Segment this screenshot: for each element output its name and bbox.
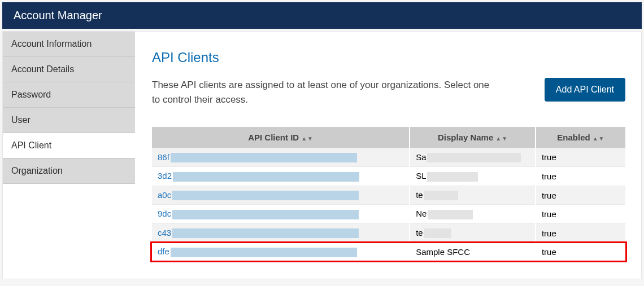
redacted-segment [427,172,478,182]
display-name-text: Sa [416,152,426,162]
column-header[interactable]: API Client ID▲▼ [152,127,410,148]
enabled-cell: true [536,186,625,205]
table-row: 3d2SLtrue [152,167,625,186]
table-wrapper: API Client ID▲▼Display Name▲▼Enabled▲▼ 8… [152,127,625,261]
main-panel: API Clients These API clients are assign… [135,32,641,279]
table-row: 9dcNetrue [152,205,625,224]
enabled-cell: true [536,148,625,167]
display-name-cell: Sample SFCC [410,243,536,261]
column-header[interactable]: Enabled▲▼ [536,127,625,148]
sidebar: Account InformationAccount DetailsPasswo… [3,32,135,279]
display-name-cell: SL [410,167,536,186]
display-name-cell: Ne [410,205,536,224]
redacted-segment [424,191,458,200]
display-name-text: te [416,228,423,237]
display-name-cell: Sa [410,148,536,167]
sort-icon[interactable]: ▲▼ [495,135,507,142]
sort-icon[interactable]: ▲▼ [593,135,604,142]
enabled-cell: true [536,223,625,243]
column-label: Display Name [438,133,493,142]
redacted-segment [172,191,359,200]
enabled-cell: true [536,205,625,224]
redacted-segment [173,172,359,182]
api-client-id-link[interactable]: 9dc [158,209,171,218]
redacted-segment [171,153,357,162]
redacted-segment [427,153,521,162]
page-title: API Clients [152,50,625,65]
api-client-id-cell: 9dc [152,205,410,224]
api-client-id-cell: 3d2 [152,167,410,186]
display-name-cell: te [410,186,536,205]
table-row: a0ctetrue [152,186,625,205]
sidebar-item-password[interactable]: Password [3,82,135,108]
redacted-segment [428,210,473,219]
page-header-row: These API clients are assigned to at lea… [152,78,625,108]
table-row: 86fSatrue [152,148,625,167]
app-header: Account Manager [2,2,642,29]
sort-icon[interactable]: ▲▼ [301,135,313,142]
redacted-segment [172,228,359,238]
sidebar-item-organization[interactable]: Organization [3,159,135,184]
sidebar-item-account-details[interactable]: Account Details [3,57,135,82]
app-title: Account Manager [14,9,102,21]
add-api-client-button[interactable]: Add API Client [545,78,625,102]
api-client-id-link[interactable]: c43 [158,228,171,237]
display-name-text: te [416,190,423,200]
api-clients-table: API Client ID▲▼Display Name▲▼Enabled▲▼ 8… [152,127,625,261]
sidebar-item-user[interactable]: User [3,108,135,133]
enabled-cell: true [536,243,625,261]
table-row: c43tetrue [152,223,625,243]
api-client-id-link[interactable]: 3d2 [158,171,172,181]
redacted-segment [424,228,451,238]
table-row: dfeSample SFCCtrue [152,243,625,261]
sidebar-item-api-client[interactable]: API Client [3,133,135,159]
api-client-id-link[interactable]: 86f [158,152,169,162]
content-wrap: Account InformationAccount DetailsPasswo… [2,31,642,279]
api-client-id-cell: dfe [152,243,410,261]
column-label: Enabled [557,133,590,142]
display-name-text: Sample SFCC [416,247,470,257]
column-header[interactable]: Display Name▲▼ [410,127,536,148]
redacted-segment [171,248,357,257]
api-client-id-link[interactable]: a0c [158,190,171,200]
column-label: API Client ID [248,133,299,142]
redacted-segment [172,210,359,219]
display-name-text: Ne [416,209,427,218]
api-client-id-cell: a0c [152,186,410,205]
api-client-id-cell: 86f [152,148,410,167]
enabled-cell: true [536,167,625,186]
sidebar-item-account-information[interactable]: Account Information [3,32,135,57]
page-description: These API clients are assigned to at lea… [152,78,491,108]
display-name-text: SL [416,171,426,181]
api-client-id-link[interactable]: dfe [158,247,169,256]
api-client-id-cell: c43 [152,223,410,243]
display-name-cell: te [410,223,536,243]
